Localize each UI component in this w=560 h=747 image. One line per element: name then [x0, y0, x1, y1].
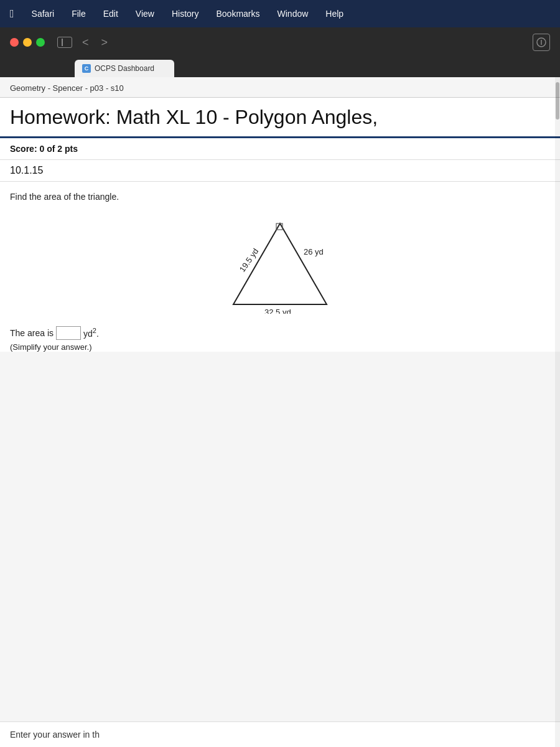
file-menu[interactable]: File [69, 7, 88, 20]
homework-title: Homework: Math XL 10 - Polygon Angles, [10, 105, 550, 129]
menu-bar:  Safari File Edit View History Bookmark… [0, 0, 560, 27]
safari-menu[interactable]: Safari [29, 7, 57, 20]
svg-text:19.5 yd: 19.5 yd [238, 247, 261, 275]
history-menu[interactable]: History [169, 7, 202, 20]
fullscreen-button[interactable] [36, 38, 45, 47]
view-menu[interactable]: View [133, 7, 157, 20]
tab-favicon: C [82, 64, 91, 73]
triangle-svg: 19.5 yd 26 yd 32.5 yd [199, 214, 361, 314]
svg-text:26 yd: 26 yd [304, 247, 324, 256]
answer-unit: yd2. [83, 327, 99, 339]
scrollbar-thumb[interactable] [556, 82, 559, 120]
browser-controls: < > [0, 27, 560, 57]
page-header-bar: Geometry - Spencer - p03 - s10 [0, 77, 560, 98]
traffic-lights [10, 38, 45, 47]
tab-bar: C OCPS Dashboard [0, 57, 560, 77]
enter-answer-bar: Enter your answer in th [0, 721, 560, 747]
problem-content: Find the area of the triangle. 19.5 yd 2… [0, 182, 560, 352]
problem-instruction: Find the area of the triangle. [10, 192, 550, 202]
webpage: Geometry - Spencer - p03 - s10 Homework:… [0, 77, 560, 747]
answer-line: The area is yd2. [10, 326, 550, 340]
answer-input[interactable] [56, 326, 81, 340]
problem-number-bar: 10.1.15 [0, 160, 560, 182]
scrollbar-track[interactable] [555, 77, 560, 747]
window-menu[interactable]: Window [275, 7, 311, 20]
active-tab[interactable]: C OCPS Dashboard [75, 60, 174, 77]
enter-answer-text: Enter your answer in th [10, 730, 100, 740]
breadcrumb: Geometry - Spencer - p03 - s10 [10, 83, 124, 93]
bookmarks-menu[interactable]: Bookmarks [214, 7, 263, 20]
edit-menu[interactable]: Edit [101, 7, 121, 20]
score-bar: Score: 0 of 2 pts [0, 138, 560, 160]
sidebar-toggle-button[interactable] [57, 37, 72, 48]
triangle-diagram: 19.5 yd 26 yd 32.5 yd [10, 214, 550, 314]
homework-title-bar: Homework: Math XL 10 - Polygon Angles, [0, 98, 560, 138]
tab-label: OCPS Dashboard [95, 64, 154, 73]
answer-exponent: 2 [93, 327, 96, 334]
svg-text:32.5 yd: 32.5 yd [264, 308, 291, 314]
simplify-note: (Simplify your answer.) [10, 342, 550, 352]
score-text: Score: 0 of 2 pts [10, 144, 78, 154]
answer-prefix: The area is [10, 328, 54, 338]
problem-number: 10.1.15 [10, 165, 43, 176]
forward-button[interactable]: > [99, 35, 111, 50]
browser-chrome: < > C OCPS Dashboard [0, 27, 560, 77]
help-menu[interactable]: Help [323, 7, 346, 20]
close-button[interactable] [10, 38, 19, 47]
minimize-button[interactable] [23, 38, 32, 47]
reader-mode-button[interactable] [533, 34, 550, 51]
back-button[interactable]: < [80, 35, 91, 50]
apple-menu[interactable]:  [10, 7, 14, 21]
